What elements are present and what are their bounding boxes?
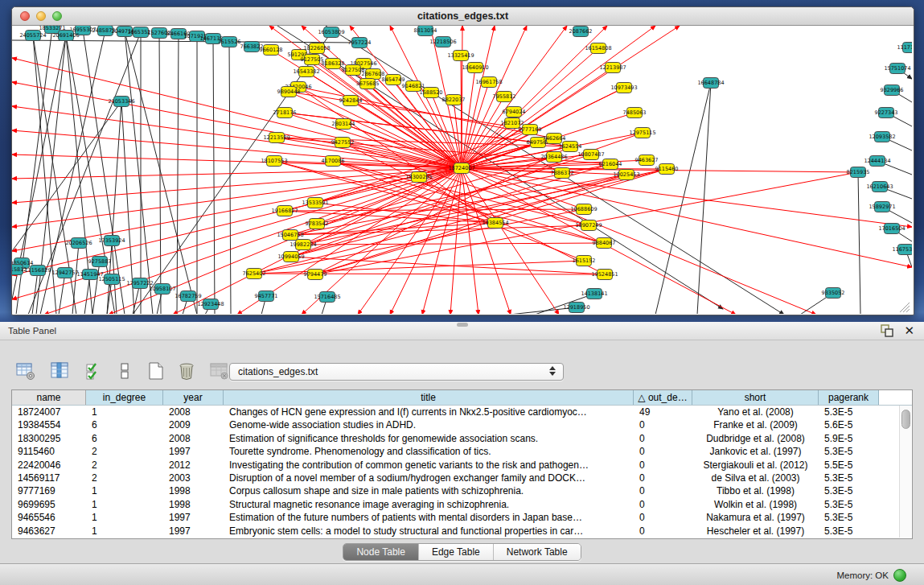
- graph-node[interactable]: 11156829: [24, 266, 51, 276]
- graph-node[interactable]: 8215935: [847, 167, 870, 178]
- tab-network-table[interactable]: Network Table: [493, 544, 581, 560]
- new-table-icon[interactable]: [146, 361, 166, 381]
- graph-node[interactable]: 19524851: [591, 270, 618, 280]
- graph-node[interactable]: 9660128: [260, 45, 283, 56]
- graph-node[interactable]: 9794479: [304, 270, 327, 280]
- graph-node[interactable]: 11675318: [892, 245, 912, 255]
- graph-node[interactable]: 12942757: [51, 268, 78, 278]
- graph-node[interactable]: 18107553: [261, 156, 287, 167]
- network-graph[interactable]: 24055724 18533271 16955307 20691406 2485…: [12, 26, 912, 314]
- table-row[interactable]: 946554611997Estimation of the future num…: [12, 511, 912, 524]
- graph-node[interactable]: 16543382: [293, 67, 319, 77]
- graph-node[interactable]: 20691406: [52, 31, 79, 41]
- graph-node[interactable]: 3675685: [356, 79, 380, 89]
- graph-node[interactable]: 20206526: [65, 238, 92, 249]
- graph-node[interactable]: 19166827: [271, 206, 298, 216]
- close-window-button[interactable]: [20, 11, 30, 21]
- graph-node[interactable]: 2718176: [273, 108, 297, 118]
- splitter-handle[interactable]: [457, 323, 468, 327]
- graph-node[interactable]: 10994059: [277, 252, 304, 262]
- table-row[interactable]: 946362711997Embryonic stem cells: a mode…: [12, 525, 912, 538]
- graph-node[interactable]: 12923448: [197, 299, 224, 310]
- graph-node[interactable]: 10958107: [149, 284, 175, 295]
- column-header-year[interactable]: year: [163, 390, 224, 405]
- graph-node[interactable]: 7485063: [623, 108, 647, 118]
- graph-node[interactable]: 9457771: [255, 291, 278, 302]
- minimize-window-button[interactable]: [36, 11, 46, 21]
- graph-node[interactable]: 16154808: [585, 43, 611, 54]
- graph-node[interactable]: 12918950: [563, 303, 589, 313]
- graph-node[interactable]: 17016504: [878, 224, 905, 234]
- graph-node[interactable]: 15716485: [314, 292, 340, 303]
- graph-node[interactable]: 15751074: [884, 64, 910, 74]
- graph-node[interactable]: 11171952: [897, 43, 912, 53]
- tab-node-table[interactable]: Node Table: [343, 544, 418, 560]
- graph-node[interactable]: 9783542: [306, 219, 329, 229]
- column-header-title[interactable]: title: [224, 390, 634, 405]
- graph-node[interactable]: 9463627: [635, 155, 659, 166]
- delete-table-icon[interactable]: [177, 361, 196, 381]
- graph-node[interactable]: 7886372: [551, 168, 574, 179]
- graph-node[interactable]: 18907249: [575, 220, 602, 231]
- table-row[interactable]: 977716911998Corpus callosum shape and si…: [12, 484, 912, 497]
- column-header-short[interactable]: short: [692, 390, 819, 405]
- zoom-window-button[interactable]: [52, 11, 62, 21]
- graph-node[interactable]: 9777169: [519, 125, 542, 135]
- window-titlebar[interactable]: citations_edges.txt: [12, 7, 914, 26]
- graph-node[interactable]: 12213987: [599, 63, 626, 73]
- table-source-dropdown[interactable]: citations_edges.txt: [229, 363, 564, 381]
- network-canvas[interactable]: 24055724 18533271 16955307 20691406 2485…: [12, 26, 912, 314]
- tab-edge-table[interactable]: Edge Table: [418, 544, 493, 560]
- graph-node[interactable]: 9335052: [822, 288, 845, 299]
- graph-node[interactable]: 9227343: [875, 108, 898, 118]
- table-row[interactable]: 1938455462009Genome-wide association stu…: [12, 418, 912, 431]
- graph-node[interactable]: 7955812: [493, 92, 516, 102]
- graph-node[interactable]: 15046758: [277, 230, 303, 241]
- graph-node[interactable]: 2803144: [332, 119, 355, 130]
- graph-node[interactable]: 9329966: [881, 85, 904, 96]
- graph-node[interactable]: 12093582: [869, 132, 895, 142]
- graph-node[interactable]: 2087662: [569, 27, 593, 37]
- graph-node[interactable]: 16053809: [318, 27, 344, 38]
- graph-node[interactable]: 12505115: [98, 274, 125, 285]
- graph-node[interactable]: 1588520: [420, 88, 443, 98]
- graph-node[interactable]: 9275887: [88, 257, 112, 267]
- graph-node[interactable]: 12218506: [429, 37, 456, 47]
- table-scrollbar[interactable]: [899, 406, 911, 538]
- column-header-name[interactable]: name: [12, 390, 86, 405]
- table-row[interactable]: 969969511998Structural magnetic resonanc…: [12, 498, 912, 511]
- close-panel-icon[interactable]: ✕: [904, 324, 914, 337]
- select-rows-icon[interactable]: [85, 361, 101, 381]
- graph-node[interactable]: 9884067: [593, 238, 616, 249]
- table-row[interactable]: 1872400712008Changes of HCN gene express…: [12, 406, 912, 418]
- column-header-out_degree[interactable]: △ out_de…: [634, 390, 692, 405]
- graph-node[interactable]: 18640910: [462, 63, 488, 73]
- memory-status-indicator[interactable]: [893, 569, 906, 582]
- graph-node[interactable]: 19384554: [482, 218, 508, 229]
- graph-node[interactable]: 19982234: [290, 240, 316, 250]
- table-row[interactable]: 1456911722003Disruption of a novel membe…: [12, 472, 912, 484]
- table-settings-icon[interactable]: [16, 361, 37, 381]
- graph-node[interactable]: 13533591: [302, 198, 328, 208]
- float-panel-icon[interactable]: [880, 324, 894, 337]
- graph-node[interactable]: 15892971: [869, 202, 895, 212]
- graph-node[interactable]: 8813054: [414, 26, 437, 36]
- network-view-window[interactable]: citations_edges.txt 24055724 18533271 16…: [11, 6, 914, 315]
- graph-node[interactable]: 7957224: [348, 38, 372, 48]
- column-header-pagerank[interactable]: pagerank: [819, 390, 879, 405]
- graph-node[interactable]: 16782759: [175, 291, 201, 302]
- graph-node[interactable]: 16648784: [697, 78, 724, 89]
- graph-node[interactable]: 13325419: [447, 51, 474, 61]
- graph-node[interactable]: 1615152: [573, 256, 596, 266]
- graph-node[interactable]: 6216044: [599, 159, 622, 170]
- graph-node[interactable]: 10807487: [577, 150, 604, 160]
- column-header-in_degree[interactable]: in_degree: [86, 390, 163, 405]
- graph-node[interactable]: 24055724: [19, 31, 46, 41]
- graph-node[interactable]: 10973493: [610, 83, 637, 93]
- graph-node[interactable]: 10688609: [570, 204, 597, 215]
- row-format-icon[interactable]: [119, 361, 130, 381]
- table-row[interactable]: 1830029562008Estimation of significance …: [12, 432, 912, 445]
- table-row[interactable]: 2242004622012Investigating the contribut…: [12, 459, 912, 472]
- scrollbar-thumb[interactable]: [901, 410, 910, 429]
- graph-node[interactable]: 9115460: [655, 164, 679, 175]
